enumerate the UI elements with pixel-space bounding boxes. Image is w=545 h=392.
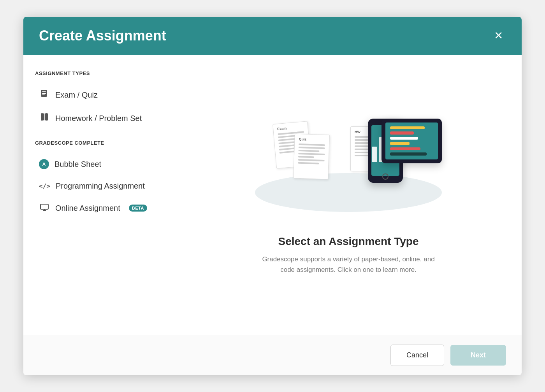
tablet-screen [385, 122, 438, 159]
close-button[interactable]: ✕ [491, 29, 506, 43]
paper-line [298, 153, 325, 155]
svg-rect-3 [42, 94, 45, 95]
document-icon [39, 89, 50, 100]
sidebar-item-programming[interactable]: </> Programming Assignment [35, 176, 163, 196]
select-title: Select an Assignment Type [278, 235, 419, 248]
tablet-illustration [382, 119, 442, 163]
gradescope-complete-label: GRADESCOPE COMPLETE [35, 140, 163, 146]
exam-quiz-label: Exam / Quiz [55, 91, 98, 100]
paper-line [299, 144, 325, 146]
sidebar: ASSIGNMENT TYPES Exam / Quiz [23, 55, 175, 335]
sidebar-item-exam-quiz[interactable]: Exam / Quiz [35, 84, 163, 106]
quiz-label: Quiz [299, 137, 325, 142]
bar-1 [372, 147, 377, 162]
modal-title: Create Assignment [39, 28, 166, 44]
svg-rect-1 [42, 91, 46, 92]
phone-home-button [382, 173, 389, 180]
bubble-sheet-label: Bubble Sheet [54, 160, 101, 169]
tablet-line [390, 142, 410, 145]
gradescope-complete-section: GRADESCOPE COMPLETE [35, 140, 163, 146]
tablet-line [390, 131, 414, 135]
tablet-line [390, 126, 425, 130]
programming-label: Programming Assignment [56, 182, 145, 191]
sidebar-item-online[interactable]: Online Assignment BETA [35, 198, 163, 219]
homework-label: Homework / Problem Set [55, 114, 142, 123]
tablet-line [390, 147, 420, 150]
svg-rect-2 [42, 93, 46, 94]
paper-line [298, 159, 325, 161]
assignment-types-label: ASSIGNMENT TYPES [35, 70, 163, 76]
cancel-button[interactable]: Cancel [390, 345, 444, 366]
quiz-paper: Quiz [293, 133, 330, 179]
svg-rect-5 [40, 204, 48, 209]
paper-line [279, 144, 295, 147]
paper-line [298, 162, 319, 164]
ellipse-bg [255, 173, 442, 212]
beta-badge: BETA [129, 205, 147, 212]
monitor-icon [39, 203, 50, 213]
paper-line [298, 150, 319, 152]
paper-line [298, 156, 314, 158]
paper-line [299, 147, 325, 149]
exam-label: Exam [277, 125, 304, 131]
sidebar-item-homework[interactable]: Homework / Problem Set [35, 107, 163, 129]
tablet-line [390, 152, 427, 156]
modal-header: Create Assignment ✕ [23, 17, 522, 55]
modal-body: ASSIGNMENT TYPES Exam / Quiz [23, 55, 522, 335]
select-description: Gradescope supports a variety of paper-b… [255, 254, 442, 275]
bubble-sheet-icon: A [39, 159, 49, 169]
book-icon [39, 113, 50, 124]
code-icon: </> [39, 182, 50, 190]
sidebar-item-bubble-sheet[interactable]: A Bubble Sheet [35, 154, 163, 175]
illustration: Exam Quiz [239, 115, 457, 224]
next-button[interactable]: Next [450, 345, 506, 366]
online-label: Online Assignment [55, 204, 120, 213]
main-content: Exam Quiz [175, 55, 522, 335]
tablet-line [390, 137, 418, 140]
create-assignment-modal: Create Assignment ✕ ASSIGNMENT TYPES Exa… [23, 17, 522, 375]
modal-footer: Cancel Next [23, 335, 522, 375]
